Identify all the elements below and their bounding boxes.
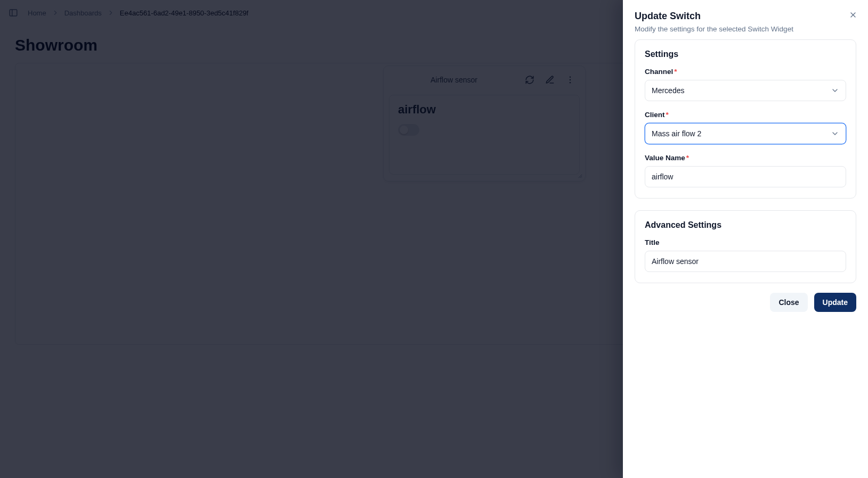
client-field: Client* Mass air flow 2 — [645, 111, 846, 144]
settings-heading: Settings — [645, 50, 846, 59]
channel-label: Channel* — [645, 68, 846, 76]
value-name-input-wrap — [645, 166, 846, 187]
channel-label-text: Channel — [645, 68, 673, 76]
channel-select[interactable]: Mercedes — [645, 80, 846, 101]
value-name-label: Value Name* — [645, 154, 846, 162]
drawer-title: Update Switch — [635, 11, 856, 22]
client-label-text: Client — [645, 111, 665, 119]
value-name-label-text: Value Name — [645, 154, 685, 162]
title-input-wrap — [645, 251, 846, 272]
required-marker: * — [666, 111, 669, 119]
channel-value: Mercedes — [652, 86, 684, 95]
required-marker: * — [686, 154, 689, 162]
value-name-field: Value Name* — [645, 154, 846, 187]
title-field: Title — [645, 238, 846, 272]
drawer-subtitle: Modify the settings for the selected Swi… — [635, 25, 856, 33]
close-icon[interactable] — [846, 7, 861, 22]
chevron-down-icon — [831, 86, 839, 95]
advanced-heading: Advanced Settings — [645, 220, 846, 230]
value-name-input[interactable] — [652, 167, 839, 187]
update-button[interactable]: Update — [814, 293, 856, 312]
channel-field: Channel* Mercedes — [645, 68, 846, 101]
title-input[interactable] — [652, 251, 839, 271]
client-select[interactable]: Mass air flow 2 — [645, 123, 846, 144]
title-label: Title — [645, 238, 846, 246]
drawer-header: Update Switch Modify the settings for th… — [623, 0, 868, 39]
client-value: Mass air flow 2 — [652, 129, 701, 138]
drawer-body: Settings Channel* Mercedes Client* Mass — [623, 39, 868, 283]
advanced-section: Advanced Settings Title — [635, 210, 856, 283]
close-button[interactable]: Close — [770, 293, 807, 312]
update-switch-drawer: Update Switch Modify the settings for th… — [623, 0, 868, 478]
drawer-footer: Close Update — [623, 283, 868, 324]
client-label: Client* — [645, 111, 846, 119]
required-marker: * — [674, 68, 677, 76]
settings-section: Settings Channel* Mercedes Client* Mass — [635, 39, 856, 199]
chevron-down-icon — [831, 129, 839, 138]
